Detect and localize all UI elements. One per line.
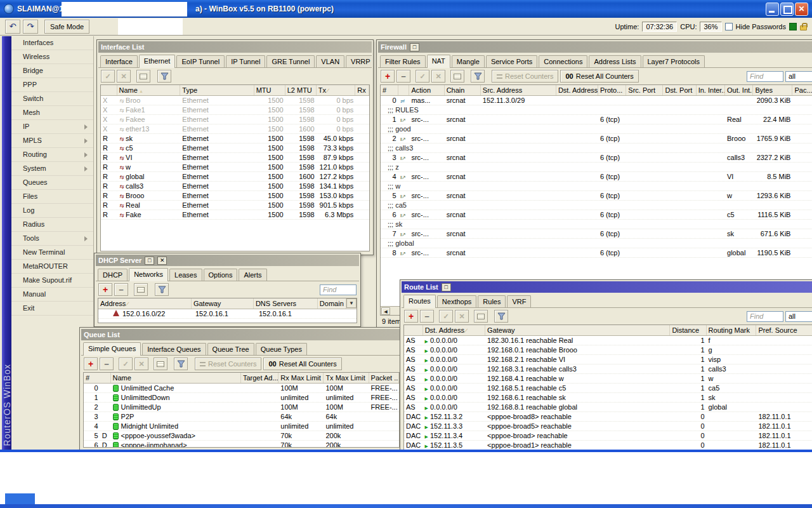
add-button[interactable]: +: [84, 358, 98, 370]
tab[interactable]: Connections: [539, 55, 587, 67]
interface-row[interactable]: X Fake1 Ethernet 1500 1598 0 bps: [101, 105, 369, 115]
hide-passwords-checkbox[interactable]: [725, 23, 733, 30]
column-header-distance[interactable]: Distance: [670, 325, 706, 335]
tab[interactable]: Layer7 Protocols: [643, 55, 705, 67]
column-header-packet[interactable]: Packet ...: [369, 373, 399, 383]
sidebar-item[interactable]: Radius: [11, 218, 93, 232]
remove-button[interactable]: −: [396, 70, 410, 83]
filter-button[interactable]: [155, 283, 169, 296]
tab[interactable]: Interface Queues: [142, 343, 206, 355]
nat-rule-row[interactable]: 8 src-... srcnat 6 (tcp) global 1190.5 K: [381, 248, 812, 258]
sidebar-item[interactable]: Switch: [11, 92, 93, 106]
remove-button[interactable]: −: [420, 310, 434, 323]
nat-comment-row[interactable]: ;;; ca5: [381, 201, 812, 210]
interface-row[interactable]: R Real Ethernet 1500 1598 901.5 kbps: [101, 201, 369, 210]
route-row[interactable]: DAC 152.11.3.5 <pppoe-broad1> reachable …: [404, 441, 812, 450]
tab[interactable]: VRF: [507, 295, 531, 307]
enable-button[interactable]: ✓: [101, 70, 115, 83]
nat-rule-row[interactable]: 3 src-... srcnat 6 (tcp) calls3 2327.2 K: [381, 153, 812, 163]
route-row[interactable]: AS 0.0.0.0/0 192.168.4.1 reachable w 1 w: [404, 374, 812, 384]
route-row[interactable]: AS 0.0.0.0/0 192.168.0.1 reachable Brooo…: [404, 345, 812, 355]
sidebar-item[interactable]: Routing: [11, 148, 93, 162]
sidebar-item[interactable]: IP: [11, 120, 93, 134]
sidebar-item[interactable]: Make Supout.rif: [11, 274, 93, 288]
comment-button[interactable]: [134, 283, 148, 296]
filter-button[interactable]: [494, 310, 508, 323]
sidebar-item[interactable]: Log: [11, 204, 93, 218]
queue-row[interactable]: 4 Midnight Unlimited unlimited unlimited: [84, 422, 399, 431]
tab[interactable]: Options: [204, 269, 238, 281]
tab[interactable]: NAT: [427, 55, 450, 68]
sidebar-item[interactable]: Bridge: [11, 64, 93, 78]
column-header-target[interactable]: Target Ad...: [241, 373, 278, 383]
column-header-rx-max[interactable]: Rx Max Limit: [278, 373, 324, 383]
route-row[interactable]: AS 0.0.0.0/0 192.168.3.1 reachable calls…: [404, 364, 812, 374]
nat-comment-row[interactable]: ;;; RULES: [381, 105, 812, 115]
nat-rule-row[interactable]: 6 src-... srcnat 6 (tcp) c5 1116.5 KiB: [381, 210, 812, 220]
interface-row[interactable]: X ether13 Ethernet 1500 1600 0 bps: [101, 124, 369, 134]
scroll-left-button[interactable]: ◀: [381, 307, 390, 315]
nat-comment-row[interactable]: ;;; good: [381, 124, 812, 134]
safe-mode-button[interactable]: Safe Mode: [44, 20, 89, 34]
dhcp-titlebar[interactable]: DHCP Server □ ✕: [96, 255, 359, 266]
tab[interactable]: IP Tunnel: [226, 55, 265, 67]
route-row[interactable]: DAC 152.11.3.4 <pppoe-broad> reachable 0…: [404, 431, 812, 441]
column-header-tx[interactable]: Tx: [317, 85, 356, 95]
interface-row[interactable]: R c5 Ethernet 1500 1598 73.3 kbps: [101, 144, 369, 153]
interface-row[interactable]: R calls3 Ethernet 1500 1598 134.1 kbps: [101, 182, 369, 191]
route-row[interactable]: AS 0.0.0.0/0 182.30.16.1 reachable Real …: [404, 336, 812, 345]
comment-button[interactable]: [450, 70, 464, 83]
tab[interactable]: Networks: [129, 268, 168, 281]
column-header-out-interface[interactable]: Out. Int...: [725, 85, 753, 95]
add-button[interactable]: +: [404, 310, 418, 323]
undo-button[interactable]: ↶: [5, 20, 20, 34]
sidebar-item[interactable]: Tools: [11, 232, 93, 246]
sidebar-item[interactable]: Interfaces: [11, 36, 93, 50]
tab[interactable]: Address Lists: [589, 55, 641, 67]
queue-row[interactable]: 3 P2P 64k 64k: [84, 412, 399, 422]
tab[interactable]: Nexthops: [437, 295, 476, 307]
tab[interactable]: GRE Tunnel: [266, 55, 315, 67]
dhcp-network-row[interactable]: 152.0.16.0/22 152.0.16.1 152.0.16.1: [98, 309, 357, 319]
route-row[interactable]: DAC 152.11.3.3 <pppoe-broad5> reachable …: [404, 422, 812, 431]
remove-button[interactable]: −: [100, 358, 114, 370]
queue-row[interactable]: 0 Unlimitted Cache 100M 100M FREE-...: [84, 384, 399, 393]
filter-select[interactable]: all: [785, 71, 812, 82]
reset-all-counters-button[interactable]: 00Reset All Counters: [560, 70, 638, 83]
tab[interactable]: Filter Rules: [380, 55, 426, 67]
interface-row[interactable]: R global Ethernet 1500 1600 127.2 kbps: [101, 172, 369, 182]
sidebar-item[interactable]: Manual: [11, 288, 93, 302]
sidebar-item[interactable]: Queues: [11, 176, 93, 190]
column-header-index[interactable]: #: [381, 85, 398, 95]
filter-button[interactable]: [471, 70, 485, 83]
sidebar-item[interactable]: Exit: [11, 302, 93, 316]
filter-button[interactable]: [157, 70, 171, 83]
tab[interactable]: Leases: [169, 269, 202, 281]
sidebar-item[interactable]: PPP: [11, 78, 93, 92]
tab[interactable]: Alerts: [239, 269, 266, 281]
disable-button[interactable]: ✕: [431, 70, 445, 83]
nat-rule-row[interactable]: 7 src-... srcnat 6 (tcp) sk 671.6 KiB: [381, 229, 812, 239]
column-header-rx[interactable]: Rx: [355, 85, 369, 95]
column-header-gateway[interactable]: Gateway: [192, 298, 254, 309]
queue-row[interactable]: 1 UnlimittedDown unlimited unlimited FRE…: [84, 393, 399, 403]
column-header-pref-source[interactable]: Pref. Source: [756, 325, 812, 335]
column-header-dst-address[interactable]: Dst. Address: [556, 85, 598, 95]
tab[interactable]: EoIP Tunnel: [176, 55, 225, 67]
close-button[interactable]: ✕: [157, 257, 167, 265]
column-header-dst-port[interactable]: Dst. Port: [663, 85, 696, 95]
sidebar-item[interactable]: MPLS: [11, 134, 93, 148]
column-header-mtu[interactable]: MTU: [254, 85, 285, 95]
tab[interactable]: VLAN: [316, 55, 344, 67]
route-row[interactable]: AS 0.0.0.0/0 192.168.2.1 reachable VI 1 …: [404, 355, 812, 364]
tab[interactable]: Rules: [478, 295, 506, 307]
column-header-domain[interactable]: Domain: [318, 298, 346, 309]
sidebar-item[interactable]: Mesh: [11, 106, 93, 120]
tab[interactable]: Service Ports: [486, 55, 537, 67]
nat-rule-row[interactable]: 1 src-... srcnat 6 (tcp) Real 22.4 MiB: [381, 115, 812, 124]
find-input[interactable]: Find: [747, 71, 783, 82]
column-header-action[interactable]: Action: [409, 85, 444, 95]
sidebar-item[interactable]: New Terminal: [11, 246, 93, 260]
column-header-dst-address[interactable]: Dst. Address: [423, 325, 485, 335]
column-header-packets[interactable]: Pac...: [792, 85, 812, 95]
